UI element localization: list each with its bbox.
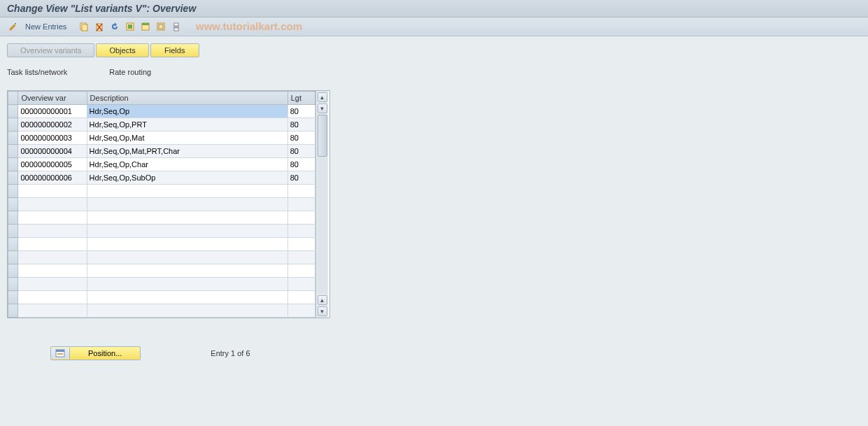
col-header-overview-var[interactable]: Overview var (18, 92, 87, 105)
cell-lgt[interactable]: 80 (287, 158, 315, 171)
cell-empty[interactable] (287, 291, 315, 304)
tab-objects[interactable]: Objects (96, 43, 148, 57)
cell-empty[interactable] (87, 238, 287, 251)
row-selector[interactable] (8, 105, 18, 118)
table-row[interactable] (8, 198, 315, 211)
cell-empty[interactable] (87, 304, 287, 318)
cell-empty[interactable] (287, 211, 315, 225)
scroll-thumb[interactable] (318, 115, 327, 157)
cell-empty[interactable] (287, 278, 315, 291)
cell-lgt[interactable]: 80 (287, 105, 315, 118)
row-selector[interactable] (8, 185, 18, 198)
cell-overview-var[interactable]: 000000000001 (18, 105, 87, 118)
tab-fields[interactable]: Fields (150, 43, 199, 57)
scroll-bottom-down-icon[interactable]: ▼ (318, 306, 327, 316)
cell-empty[interactable] (18, 278, 87, 291)
cell-empty[interactable] (18, 185, 87, 198)
table-corner[interactable] (8, 92, 18, 105)
table-row[interactable] (8, 304, 315, 318)
table-row[interactable]: 000000000003Hdr,Seq,Op,Mat80 (8, 132, 315, 145)
cell-empty[interactable] (18, 304, 87, 318)
col-header-lgt[interactable]: Lgt (287, 92, 315, 105)
select-block-icon[interactable] (139, 20, 152, 33)
table-row[interactable]: 000000000002Hdr,Seq,Op,PRT80 (8, 118, 315, 132)
print-icon[interactable] (170, 20, 183, 33)
row-selector[interactable] (8, 278, 18, 291)
cell-overview-var[interactable]: 000000000005 (18, 158, 87, 171)
row-selector[interactable] (8, 238, 18, 251)
cell-empty[interactable] (18, 251, 87, 264)
select-all-icon[interactable] (124, 20, 136, 33)
table-row[interactable] (8, 264, 315, 278)
cell-description[interactable]: Hdr,Seq,Op,Mat,PRT,Char (87, 145, 287, 158)
cell-empty[interactable] (18, 225, 87, 238)
row-selector[interactable] (8, 304, 18, 318)
cell-empty[interactable] (87, 278, 287, 291)
table-row[interactable]: 000000000004Hdr,Seq,Op,Mat,PRT,Char80 (8, 145, 315, 158)
cell-empty[interactable] (287, 225, 315, 238)
cell-description[interactable]: Hdr,Seq,Op,PRT (87, 118, 287, 132)
row-selector[interactable] (8, 291, 18, 304)
cell-empty[interactable] (287, 304, 315, 318)
cell-empty[interactable] (287, 198, 315, 211)
cell-empty[interactable] (287, 264, 315, 278)
cell-description[interactable]: Hdr,Seq,Op,Mat (87, 132, 287, 145)
row-selector[interactable] (8, 145, 18, 158)
cell-overview-var[interactable]: 000000000002 (18, 118, 87, 132)
row-selector[interactable] (8, 171, 18, 185)
row-selector[interactable] (8, 264, 18, 278)
cell-overview-var[interactable]: 000000000003 (18, 132, 87, 145)
deselect-all-icon[interactable] (155, 20, 167, 33)
cell-empty[interactable] (287, 238, 315, 251)
table-row[interactable]: 000000000006Hdr,Seq,Op,SubOp80 (8, 171, 315, 185)
cell-empty[interactable] (87, 211, 287, 225)
new-entries-button[interactable]: New Entries (22, 21, 69, 32)
cell-empty[interactable] (87, 251, 287, 264)
cell-overview-var[interactable]: 000000000004 (18, 145, 87, 158)
row-selector[interactable] (8, 251, 18, 264)
cell-empty[interactable] (87, 225, 287, 238)
cell-empty[interactable] (18, 211, 87, 225)
cell-empty[interactable] (287, 251, 315, 264)
table-row[interactable] (8, 211, 315, 225)
scroll-bottom-up-icon[interactable]: ▲ (318, 295, 327, 305)
table-row[interactable] (8, 185, 315, 198)
cell-empty[interactable] (87, 198, 287, 211)
row-selector[interactable] (8, 225, 18, 238)
cell-lgt[interactable]: 80 (287, 171, 315, 185)
row-selector[interactable] (8, 118, 18, 132)
cell-empty[interactable] (87, 264, 287, 278)
col-header-description[interactable]: Description (87, 92, 287, 105)
scroll-track[interactable] (318, 115, 327, 294)
cell-empty[interactable] (87, 291, 287, 304)
cell-lgt[interactable]: 80 (287, 118, 315, 132)
tab-overview-variants[interactable]: Overview variants (7, 43, 94, 57)
table-row[interactable] (8, 251, 315, 264)
table-row[interactable] (8, 278, 315, 291)
cell-empty[interactable] (18, 198, 87, 211)
row-selector[interactable] (8, 158, 18, 171)
cell-empty[interactable] (18, 264, 87, 278)
table-row[interactable]: 000000000001Hdr,Seq,Op80 (8, 105, 315, 118)
cell-description[interactable]: Hdr,Seq,Op,Char (87, 158, 287, 171)
scroll-up-icon[interactable]: ▲ (318, 92, 327, 102)
toggle-display-change-icon[interactable] (7, 20, 20, 33)
cell-empty[interactable] (18, 291, 87, 304)
copy-as-icon[interactable] (78, 20, 90, 33)
table-row[interactable] (8, 291, 315, 304)
cell-overview-var[interactable]: 000000000006 (18, 171, 87, 185)
table-row[interactable] (8, 225, 315, 238)
cell-lgt[interactable]: 80 (287, 132, 315, 145)
position-button[interactable]: Position... (50, 346, 141, 360)
table-row[interactable]: 000000000005Hdr,Seq,Op,Char80 (8, 158, 315, 171)
cell-empty[interactable] (18, 238, 87, 251)
cell-lgt[interactable]: 80 (287, 145, 315, 158)
cell-empty[interactable] (287, 185, 315, 198)
undo-change-icon[interactable] (108, 20, 121, 33)
table-row[interactable] (8, 238, 315, 251)
row-selector[interactable] (8, 198, 18, 211)
delete-icon[interactable] (93, 20, 106, 33)
scroll-down-icon[interactable]: ▼ (318, 104, 327, 113)
cell-description[interactable]: Hdr,Seq,Op,SubOp (87, 171, 287, 185)
row-selector[interactable] (8, 132, 18, 145)
